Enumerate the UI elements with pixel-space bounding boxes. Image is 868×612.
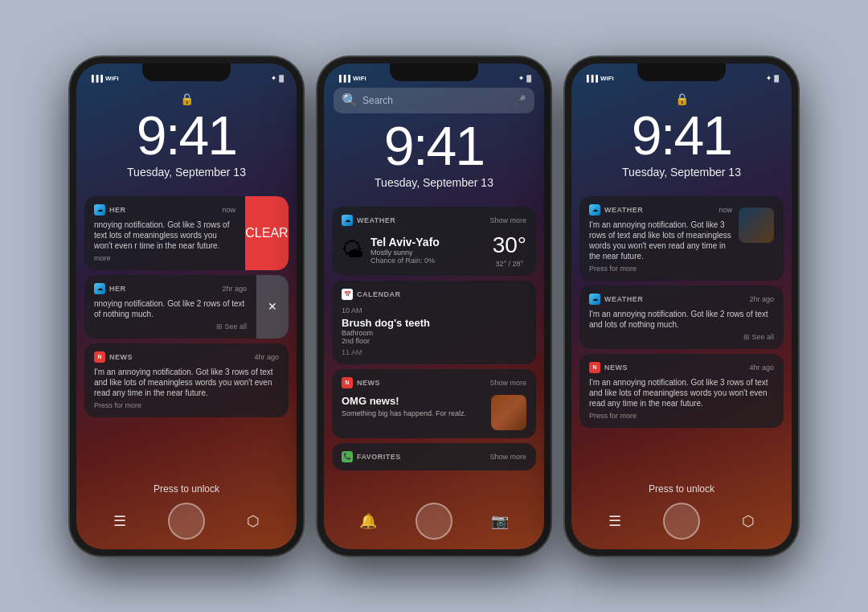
calendar-next-time: 11 AM	[342, 348, 526, 356]
news-icon-right: N	[589, 362, 600, 373]
phone-left: ▐▐▐ WiFi ✦ ▓ 🔒 9:41 Tuesday, September 1…	[70, 57, 303, 556]
bottom-bar-center: 🔔 📷	[324, 503, 544, 540]
status-bar-left: ▐▐▐ WiFi ✦ ▓	[76, 70, 297, 88]
notif-body-weather-1: nnoying notification. Got like 3 rows of…	[94, 220, 235, 251]
search-bar[interactable]: 🔍 Search 🎤	[334, 88, 534, 113]
status-bar-right: ▐▐▐ WiFi ✦ ▓	[571, 70, 792, 88]
close-button[interactable]: ✕	[256, 275, 289, 339]
see-all-link-right[interactable]: ⊞ See all	[743, 333, 774, 341]
notif-app-info-weather-2: ☁ HER	[94, 283, 126, 294]
weather-temp-range: 32° / 28°	[493, 260, 526, 268]
weather-app-icon-1: ☁	[94, 204, 105, 216]
see-all-link[interactable]: ⊞ See all	[216, 322, 247, 331]
phone-right-screen: ▐▐▐ WiFi ✦ ▓ 🔒 9:41 Tuesday, September 1…	[571, 64, 792, 549]
notif-header-weather-right-1: ☁ WEATHER now	[589, 204, 732, 216]
clock-display-left: 9:41 Tuesday, September 13	[76, 108, 297, 179]
bluetooth-icon-right: ✦	[766, 75, 772, 82]
bell-icon-center: 🔔	[359, 512, 377, 530]
widget-favorites: 📞 FAVORITES Show more	[332, 443, 536, 470]
weather-city: Tel Aviv-Yafo	[371, 236, 440, 248]
notif-body-weather-2: nnoying notification. Got like 2 rows of…	[94, 298, 247, 319]
weather-app-icon-2: ☁	[94, 283, 105, 294]
bluetooth-icon-center: ✦	[518, 75, 524, 82]
notif-app-info-weather-1: ☁ HER	[94, 204, 126, 216]
notif-time-weather-right-2: 2hr ago	[749, 295, 774, 303]
widget-news: N NEWS Show more OMG news! Something big…	[332, 369, 536, 438]
notif-action-weather-right-1: Press for more	[589, 265, 732, 273]
notif-app-info-weather-right-1: ☁ WEATHER	[589, 204, 643, 216]
camera-icon-center: 📷	[491, 512, 509, 530]
notif-app-name-weather-2: HER	[109, 285, 126, 293]
wifi-icon-right: WiFi	[600, 75, 614, 82]
widget-calendar: 📅 CALENDAR 10 AM Brush dog's teeth Bathr…	[332, 281, 536, 364]
status-left-right: ▐▐▐ WiFi	[584, 75, 614, 82]
news-app-icon-left: N	[94, 351, 105, 363]
news-title: OMG news!	[342, 395, 485, 407]
notif-time-news-right: 4hr ago	[749, 364, 774, 372]
battery-icon-center: ▓	[526, 75, 531, 82]
widget-news-header: N NEWS Show more	[342, 377, 526, 388]
notif-body-weather-right-1: I'm an annoying notification. Got like 3…	[589, 220, 732, 261]
clear-button[interactable]: CLEAR	[245, 196, 289, 270]
bottom-bar-left: ☰ ⬡	[76, 503, 297, 540]
notif-time-weather-1: now	[222, 206, 235, 214]
news-show-more[interactable]: Show more	[489, 379, 526, 387]
weather-show-more[interactable]: Show more	[489, 216, 526, 224]
press-unlock-right: Press to unlock	[571, 483, 792, 495]
home-button-left[interactable]	[168, 503, 205, 540]
battery-icon-right: ▓	[774, 75, 779, 82]
sun-icon: 🌤	[342, 236, 364, 263]
calendar-event-title: Brush dog's teeth	[342, 317, 526, 329]
status-right-right: ✦ ▓	[766, 75, 779, 82]
signal-icon: ▐▐▐	[89, 75, 103, 82]
clock-date-left: Tuesday, September 13	[76, 166, 297, 179]
notif-time-weather-2: 2hr ago	[222, 285, 247, 293]
clock-display-right: 9:41 Tuesday, September 13	[571, 108, 792, 179]
phone-left-frame: ▐▐▐ WiFi ✦ ▓ 🔒 9:41 Tuesday, September 1…	[70, 57, 303, 556]
clock-date-center: Tuesday, September 13	[324, 176, 544, 189]
notif-header-news-right: N NEWS 4hr ago	[589, 362, 774, 373]
widget-calendar-app-info: 📅 CALENDAR	[342, 289, 401, 300]
notif-card-news-right: N NEWS 4hr ago I'm an annoying notificat…	[579, 354, 784, 428]
weather-info: Tel Aviv-Yafo Mostly sunny Chance of Rai…	[371, 236, 440, 265]
mic-icon: 🎤	[514, 95, 526, 106]
home-button-center[interactable]	[416, 503, 452, 540]
status-left-icons: ▐▐▐ WiFi	[89, 75, 119, 82]
status-right-center: ✦ ▓	[518, 75, 531, 82]
notif-app-name-news-right: NEWS	[604, 364, 628, 372]
notif-body-weather-right-2: I'm an annoying notification. Got like 2…	[589, 309, 774, 330]
weather-widget-icon: ☁	[342, 215, 353, 226]
news-widget-icon: N	[342, 377, 353, 388]
phone-right-frame: ▐▐▐ WiFi ✦ ▓ 🔒 9:41 Tuesday, September 1…	[565, 57, 798, 556]
notif-content-weather-2: ☁ HER 2hr ago nnoying notification. Got …	[84, 275, 256, 339]
search-icon: 🔍	[342, 92, 358, 108]
notif-body-news-right: I'm an annoying notification. Got like 3…	[589, 377, 774, 409]
notif-action-weather-1: more	[94, 254, 235, 262]
notif-card-weather-2-swipe: ☁ HER 2hr ago nnoying notification. Got …	[84, 275, 289, 339]
clock-time-right: 9:41	[571, 108, 792, 162]
notif-header-weather-1: ☁ HER now	[94, 204, 235, 216]
notif-weather-image-right	[739, 207, 774, 243]
clock-time-center: 9:41	[324, 118, 544, 173]
close-x-icon: ✕	[268, 300, 277, 313]
notif-card-weather-right-1-content: ☁ WEATHER now I'm an annoying notificati…	[589, 204, 732, 273]
calendar-event-time: 10 AM	[342, 306, 526, 314]
status-left-center: ▐▐▐ WiFi	[337, 75, 366, 82]
press-unlock-left: Press to unlock	[76, 483, 297, 495]
notif-card-weather-1-swipe: ☁ HER now nnoying notification. Got like…	[84, 196, 289, 270]
weather-icon-right-1: ☁	[589, 204, 600, 216]
notif-content-weather-1: ☁ HER now nnoying notification. Got like…	[84, 196, 245, 270]
lock-icon-right: 🔒	[675, 92, 689, 105]
widget-weather-header: ☁ WEATHER Show more	[342, 215, 526, 226]
search-placeholder: Search	[362, 95, 510, 106]
favorites-show-more[interactable]: Show more	[489, 453, 526, 461]
widget-news-name: NEWS	[357, 379, 380, 387]
news-desc: Something big has happend. For realz.	[342, 409, 485, 417]
signal-icon-right: ▐▐▐	[584, 75, 598, 82]
notif-header-weather-2: ☁ HER 2hr ago	[94, 283, 247, 294]
notif-app-name-news-left: NEWS	[109, 353, 133, 361]
camera-icon-right: ⬡	[742, 512, 755, 530]
home-button-right[interactable]	[663, 503, 700, 540]
notifications-area-right: ☁ WEATHER now I'm an annoying notificati…	[579, 196, 784, 428]
weather-content: 🌤 Tel Aviv-Yafo Mostly sunny Chance of R…	[342, 232, 526, 268]
